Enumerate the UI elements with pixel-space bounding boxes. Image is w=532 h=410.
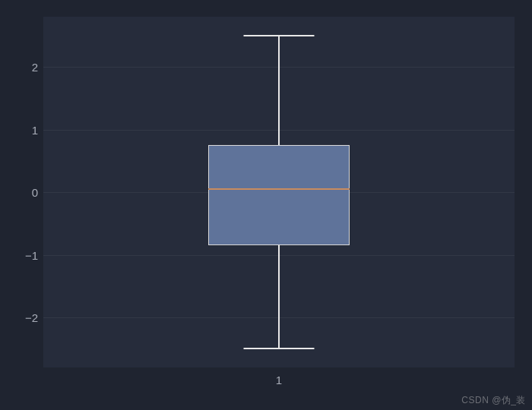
- y-tick-label: 1: [8, 123, 38, 136]
- y-tick-label: 0: [8, 186, 38, 199]
- y-tick-label: −2: [8, 311, 38, 324]
- y-tick-label: 2: [8, 61, 38, 74]
- median-line: [208, 188, 350, 190]
- whisker-upper: [278, 36, 280, 145]
- whisker-lower: [278, 245, 280, 348]
- boxplot-chart: −2 −1 0 1 2 1 CSDN @伪_装: [0, 0, 532, 410]
- watermark-text: CSDN @伪_装: [461, 394, 526, 407]
- box-body: [208, 145, 350, 245]
- x-tick-label: 1: [276, 374, 282, 386]
- whisker-cap-bottom: [244, 348, 315, 349]
- y-tick-label: −1: [8, 248, 38, 261]
- plot-area: [43, 17, 515, 367]
